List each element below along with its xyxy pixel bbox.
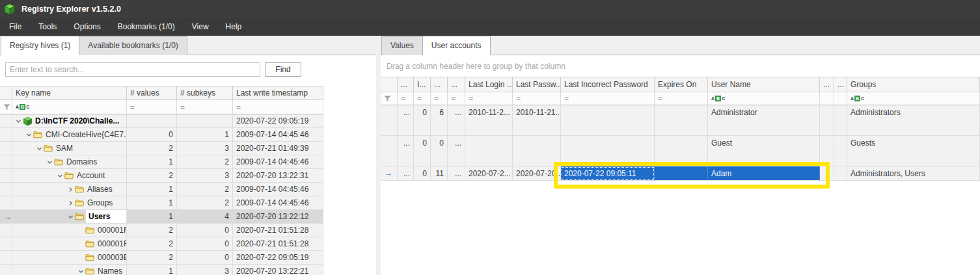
account-cell[interactable]: Administrators — [847, 105, 980, 136]
account-cell[interactable] — [561, 105, 655, 136]
account-cell[interactable] — [655, 166, 708, 181]
account-row[interactable]: ...00...GuestGuests — [381, 136, 980, 166]
tree-row[interactable]: Groups122009-07-14 04:45:46 — [0, 196, 323, 210]
tree-row[interactable]: Aliases122009-07-14 04:45:46 — [0, 183, 323, 196]
column-header-i[interactable]: I... — [414, 77, 431, 92]
account-cell[interactable]: ... — [398, 166, 414, 181]
filter-cell[interactable]: = — [561, 92, 655, 105]
tab-available-bookmarks-1-0[interactable]: Available bookmarks (1/0) — [79, 36, 187, 55]
account-cell[interactable]: 6 — [431, 105, 448, 136]
tab-registry-hives-1[interactable]: Registry hives (1) — [1, 36, 79, 55]
tree-row[interactable]: Names132020-07-20 13:22:21 — [0, 265, 323, 275]
column-header-last-incorrect-password[interactable]: Last Incorrect Password — [561, 77, 655, 92]
expander-collapse-icon[interactable] — [66, 214, 75, 220]
key-name-cell[interactable]: Account — [12, 169, 127, 183]
account-cell[interactable] — [820, 166, 834, 181]
column-header-ellipsis[interactable]: ... — [820, 77, 834, 92]
menu-help[interactable]: Help — [217, 18, 251, 35]
account-cell[interactable] — [834, 136, 847, 166]
expander-collapse-icon[interactable] — [35, 146, 44, 151]
account-cell[interactable] — [820, 136, 834, 166]
tab-user-accounts[interactable]: User accounts — [422, 36, 491, 55]
search-input[interactable] — [5, 62, 260, 77]
account-cell[interactable] — [834, 166, 847, 181]
tab-values[interactable]: Values — [381, 36, 423, 55]
expander-expand-icon[interactable] — [66, 187, 75, 192]
column-header-expires-on[interactable]: Expires On — [655, 77, 708, 92]
account-cell[interactable]: ... — [398, 136, 414, 166]
account-cell[interactable]: 11 — [431, 166, 448, 181]
key-name-cell[interactable]: Domains — [12, 155, 127, 169]
account-cell[interactable]: Administrator — [708, 105, 820, 136]
menu-view[interactable]: View — [184, 18, 217, 35]
account-cell[interactable] — [465, 136, 513, 166]
filter-cell[interactable]: = — [398, 92, 414, 105]
account-cell[interactable] — [820, 105, 834, 136]
key-name-cell[interactable]: D:\InCTF 2020\Challe... — [12, 114, 127, 128]
key-name-cell[interactable]: Users — [12, 210, 127, 224]
account-cell[interactable]: 2010-11-2... — [465, 105, 513, 136]
column-header-ellipsis[interactable]: ... — [834, 77, 847, 92]
account-cell[interactable]: 0 — [431, 136, 448, 166]
expander-collapse-icon[interactable] — [25, 132, 33, 138]
filter-cell[interactable]: = — [448, 92, 465, 105]
account-cell[interactable]: Adam — [708, 166, 820, 181]
column-header-groups[interactable]: Groups — [847, 77, 980, 92]
tree-row[interactable]: D:\InCTF 2020\Challe...2020-07-22 09:05:… — [0, 114, 323, 128]
filter-cell[interactable]: ABC — [12, 100, 127, 114]
key-name-cell[interactable]: Groups — [12, 196, 127, 210]
filter-cell[interactable]: = — [127, 100, 177, 114]
filter-cell[interactable] — [820, 92, 834, 105]
key-name-cell[interactable]: 000001F4 — [12, 224, 127, 237]
account-cell[interactable]: 2020-07-22 09:05:11 — [561, 166, 655, 181]
column-header-ellipsis[interactable]: ... — [448, 77, 465, 92]
account-cell[interactable]: 2010-11-21... — [513, 105, 561, 136]
expander-collapse-icon[interactable] — [56, 173, 64, 179]
filter-cell[interactable]: ABC — [708, 92, 820, 105]
key-name-cell[interactable]: Aliases — [12, 183, 127, 196]
column-header-values[interactable]: # values — [127, 86, 177, 100]
tree-row[interactable]: Domains122009-07-14 04:45:46 — [0, 155, 323, 169]
column-header-last-login[interactable]: Last Login ... — [465, 77, 513, 92]
filter-cell[interactable]: = — [431, 92, 448, 105]
filter-cell[interactable]: = — [655, 92, 708, 105]
account-cell[interactable]: 2020-07-20... — [513, 166, 561, 181]
menu-options[interactable]: Options — [65, 18, 109, 35]
filter-cell[interactable]: = — [465, 92, 513, 105]
tree-row[interactable]: SAM232020-07-21 01:49:39 — [0, 142, 323, 155]
key-name-cell[interactable]: Names — [12, 265, 127, 275]
expander-collapse-icon[interactable] — [77, 268, 85, 274]
group-by-bar[interactable]: Drag a column header here to group by th… — [381, 55, 980, 77]
menu-bookmarks-1-0[interactable]: Bookmarks (1/0) — [109, 18, 184, 35]
tree-row[interactable]: Account232020-07-20 13:22:31 — [0, 169, 323, 183]
tree-row[interactable]: 000001F5202020-07-21 01:51:28 — [0, 237, 323, 251]
column-header-key-name[interactable]: Key name — [12, 86, 127, 100]
column-header-last-passw[interactable]: Last Passw... — [513, 77, 561, 92]
account-cell[interactable]: 0 — [414, 166, 431, 181]
account-cell[interactable]: 0 — [414, 136, 431, 166]
key-name-cell[interactable]: 000003E8 — [12, 251, 127, 265]
account-cell[interactable]: Guest — [708, 136, 820, 166]
menu-tools[interactable]: Tools — [30, 18, 65, 35]
account-cell[interactable]: ... — [448, 136, 465, 166]
filter-cell[interactable] — [834, 92, 847, 105]
filter-cell[interactable]: ABC — [847, 92, 980, 105]
column-header-subkeys[interactable]: # subkeys — [177, 86, 233, 100]
tree-row[interactable]: 000003E8202020-07-22 09:05:19 — [0, 251, 323, 265]
tree-row[interactable]: CMI-CreateHive{C4E7...012009-07-14 04:45… — [0, 128, 323, 142]
account-cell[interactable]: Guests — [847, 136, 980, 166]
tree-row[interactable]: →Users142020-07-20 13:22:12 — [0, 210, 323, 224]
account-cell[interactable] — [561, 136, 655, 166]
key-name-cell[interactable]: 000001F5 — [12, 237, 127, 251]
key-name-cell[interactable]: SAM — [12, 142, 127, 155]
account-cell[interactable]: ... — [398, 105, 414, 136]
account-row[interactable]: ...06...2010-11-2...2010-11-21...Adminis… — [381, 105, 980, 136]
column-header-ellipsis[interactable]: ... — [431, 77, 448, 92]
filter-cell[interactable]: = — [233, 100, 323, 114]
column-header-ellipsis[interactable]: ... — [398, 77, 414, 92]
menu-file[interactable]: File — [1, 18, 30, 35]
expander-expand-icon[interactable] — [66, 200, 75, 206]
account-cell[interactable]: ... — [448, 166, 465, 181]
account-cell[interactable] — [655, 105, 708, 136]
account-cell[interactable]: Administrators, Users — [847, 166, 980, 181]
